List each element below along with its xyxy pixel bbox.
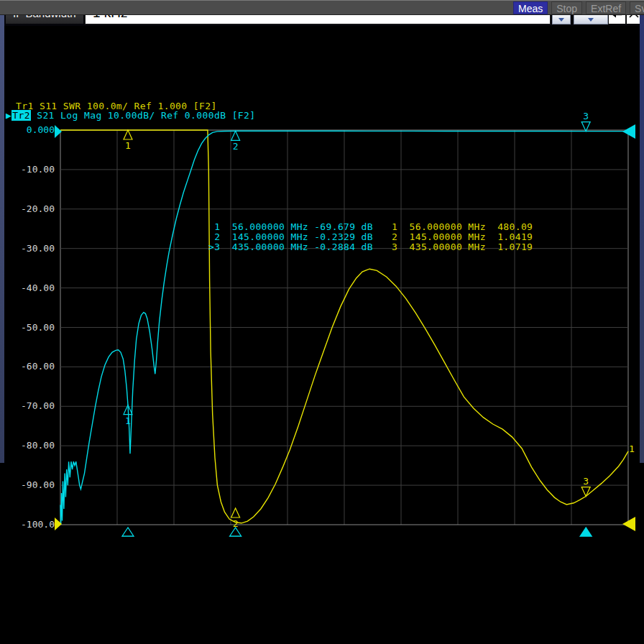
marker-table-tr2: 1 56.000000 MHz -69.679 dB 2 145.00000 M…: [208, 222, 373, 252]
y-axis-label-3: -30.00: [3, 244, 55, 254]
tr1-ref-right-icon: [622, 517, 635, 531]
marker-2-triangle-icon: [231, 131, 240, 140]
marker-row: 3 435.00000 MHz 1.0719: [392, 242, 533, 252]
instrument-status-bar: MeasStopExtRefSvc2: [0, 0, 644, 15]
marker-row: 2 145.00000 MHz -0.2329 dB: [208, 232, 373, 242]
y-axis-label-9: -90.00: [3, 480, 55, 490]
trace2-settings: S21 Log Mag 10.00dB/ Ref 0.000dB [F2]: [31, 110, 256, 121]
step-down-button[interactable]: [552, 14, 571, 24]
tr2-ref-left-icon: [55, 125, 62, 138]
y-axis-label-8: -80.00: [3, 441, 55, 451]
y-axis-label-2: -20.00: [3, 204, 55, 214]
marker-1-label: 1: [125, 140, 131, 151]
y-axis-label-1: -10.00: [3, 165, 55, 175]
y-axis-label-0: 0.000: [3, 125, 55, 135]
marker-row: 2 145.00000 MHz 1.0419: [392, 232, 533, 242]
trace-tr1-s11-swr: [60, 130, 628, 523]
window-left-border: [0, 0, 4, 463]
trace-end-label: 1: [629, 443, 635, 454]
trace2-legend[interactable]: ▶Tr2 S21 Log Mag 10.00dB/ Ref 0.000dB [F…: [6, 110, 256, 121]
tr1-ref-left-icon: [55, 518, 62, 530]
marker-row: 1 56.000000 MHz -69.679 dB: [208, 222, 373, 232]
marker-1-stimulus-icon: [122, 528, 134, 536]
marker-1-triangle-icon: [124, 405, 132, 415]
marker-1-label: 1: [125, 415, 131, 426]
y-axis-label-5: -50.00: [3, 323, 55, 333]
chart-area: 1112233: [0, 0, 644, 644]
marker-3-stimulus-icon: [580, 528, 592, 536]
trace2-name: Tr2: [12, 110, 31, 121]
y-axis-label-4: -40.00: [3, 283, 55, 293]
instrument-state-stop[interactable]: Stop: [551, 1, 582, 14]
marker-row: >3 435.00000 MHz -0.2884 dB: [208, 242, 373, 252]
instrument-state-extref[interactable]: ExtRef: [586, 1, 626, 14]
marker-row: 1 56.000000 MHz 480.09: [392, 222, 533, 232]
marker-table-tr1: 1 56.000000 MHz 480.092 145.00000 MHz 1.…: [392, 222, 533, 252]
marker-2-triangle-icon: [231, 508, 240, 518]
instrument-state-meas[interactable]: Meas: [513, 1, 548, 14]
window-right-border: [640, 0, 644, 463]
y-axis-label-10: -100.0: [3, 520, 55, 530]
tr2-ref-right-icon: [622, 124, 635, 139]
down-arrow-icon: [588, 18, 594, 22]
marker-3-triangle-icon: [581, 122, 590, 132]
marker-2-stimulus-icon: [230, 528, 242, 536]
marker-3-triangle-icon: [581, 487, 590, 497]
down-arrow-icon: [558, 18, 564, 22]
instrument-status-items: MeasStopExtRefSvc2: [513, 1, 644, 14]
marker-1-triangle-icon: [124, 130, 132, 139]
marker-2-label: 2: [233, 518, 239, 529]
trace-tr2-s21-log-mag: [60, 131, 628, 525]
marker-3-label: 3: [583, 111, 589, 121]
active-trace-arrow-icon: ▶: [6, 110, 12, 121]
coarse-down-button[interactable]: [574, 14, 608, 24]
y-axis-label-7: -70.00: [3, 401, 55, 411]
y-axis-label-6: -60.00: [3, 362, 55, 372]
instrument-state-svc[interactable]: Svc: [630, 1, 644, 14]
analyzer-app: E5071C Network Analyzer 1 Active Ch/Trac…: [0, 0, 644, 644]
marker-2-label: 2: [233, 141, 239, 152]
marker-3-label: 3: [583, 476, 589, 487]
